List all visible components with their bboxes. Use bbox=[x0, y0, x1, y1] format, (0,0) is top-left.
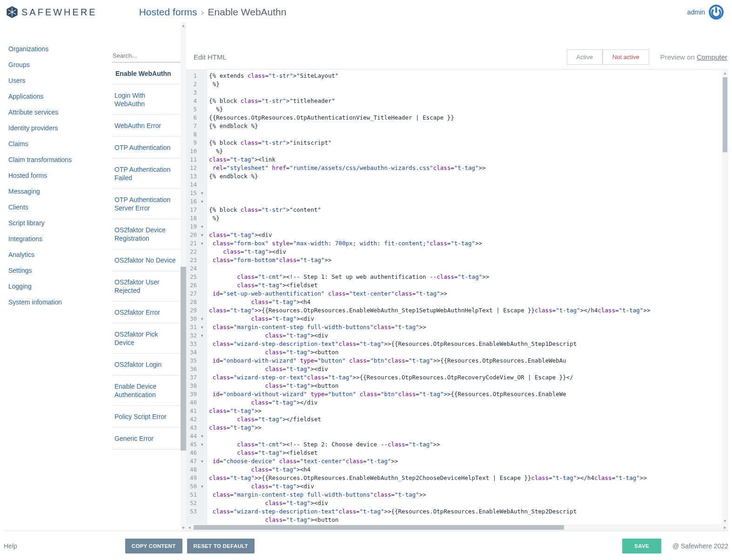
brand-logo: SAFEWHERE bbox=[6, 6, 97, 19]
form-list-item[interactable]: Generic Error bbox=[112, 428, 181, 450]
nav-item[interactable]: Applications bbox=[8, 88, 112, 104]
breadcrumb-parent[interactable]: Hosted forms bbox=[139, 7, 197, 18]
help-link[interactable]: Help bbox=[4, 542, 17, 550]
breadcrumb-sep: › bbox=[201, 7, 204, 18]
scrollbar-thumb[interactable] bbox=[723, 77, 727, 152]
code-editor[interactable]: 1 2 3 4 5 6 7 8 9 10 11 12 13 14 15 ▾ 16… bbox=[186, 69, 728, 531]
nav-item[interactable]: Hosted forms bbox=[8, 168, 112, 183]
form-list-item[interactable]: Enable WebAuthn bbox=[112, 63, 181, 85]
form-list-item[interactable]: OS2faktor Pick Device bbox=[112, 324, 181, 354]
scrollbar-thumb[interactable] bbox=[181, 267, 186, 451]
form-list-item[interactable]: WebAuthn Error bbox=[112, 115, 181, 137]
nav-item[interactable]: Claims bbox=[8, 136, 112, 152]
nav-item[interactable]: Logging bbox=[8, 278, 112, 294]
form-list-item[interactable]: OS2faktor Login bbox=[112, 354, 181, 376]
form-list-item[interactable]: OS2faktor Device Registration bbox=[112, 219, 181, 250]
preview-label: Preview on Computer bbox=[660, 53, 727, 61]
current-user[interactable]: admin bbox=[687, 8, 705, 16]
breadcrumb: Hosted forms › Enable WebAuthn bbox=[139, 7, 287, 18]
nav-item[interactable]: Messaging bbox=[8, 183, 112, 199]
scroll-up-icon[interactable]: ▲ bbox=[181, 23, 186, 28]
form-list-item[interactable]: OTP Authentication Server Error bbox=[112, 189, 181, 219]
nav-item[interactable]: Groups bbox=[8, 57, 112, 73]
scroll-right-icon[interactable]: ▶ bbox=[722, 525, 728, 530]
primary-nav: OrganizationsGroupsUsersApplicationsAttr… bbox=[4, 22, 112, 531]
state-active-btn[interactable]: Active bbox=[567, 49, 603, 65]
nav-item[interactable]: Claim transformations bbox=[8, 152, 112, 168]
nav-item[interactable]: Organizations bbox=[8, 41, 112, 57]
editor-vscrollbar[interactable]: ▲ ▼ bbox=[722, 70, 728, 524]
line-gutter: 1 2 3 4 5 6 7 8 9 10 11 12 13 14 15 ▾ 16… bbox=[186, 70, 207, 524]
nav-item[interactable]: Attribute services bbox=[8, 104, 112, 120]
nav-item[interactable]: Integrations bbox=[8, 231, 112, 247]
nav-item[interactable]: Settings bbox=[8, 263, 112, 278]
editor-hscrollbar[interactable]: ◀ ▶ bbox=[186, 524, 728, 531]
state-not-active-btn[interactable]: Not active bbox=[603, 49, 649, 65]
nav-item[interactable]: System infomation bbox=[8, 294, 112, 310]
scroll-down-icon[interactable]: ▼ bbox=[722, 518, 728, 524]
form-list-item[interactable]: Login With WebAuthn bbox=[112, 85, 181, 115]
copyright: @ Safewhere 2022 bbox=[672, 542, 728, 550]
form-list-item[interactable]: OTP Authentication bbox=[112, 137, 181, 159]
nav-item[interactable]: Analytics bbox=[8, 247, 112, 263]
brand-name: SAFEWHERE bbox=[21, 7, 97, 18]
forms-list: Enable WebAuthnLogin With WebAuthnWebAut… bbox=[112, 62, 181, 531]
save-button[interactable]: SAVE bbox=[622, 539, 661, 553]
form-list-item[interactable]: OS2faktor No Device bbox=[112, 250, 181, 271]
form-list-item[interactable]: OTP Authentication Failed bbox=[112, 159, 181, 189]
nav-item[interactable]: Clients bbox=[8, 199, 112, 215]
form-list-item[interactable]: Enable Device Authentication bbox=[112, 376, 181, 406]
nav-item[interactable]: Script library bbox=[8, 215, 112, 231]
scroll-left-icon[interactable]: ◀ bbox=[186, 525, 193, 530]
nav-item[interactable]: Users bbox=[8, 73, 112, 88]
snowflake-icon bbox=[6, 6, 19, 19]
state-toggle: Active Not active bbox=[567, 49, 649, 65]
search-input[interactable] bbox=[112, 50, 181, 62]
form-list-item[interactable]: Policy Script Error bbox=[112, 406, 181, 428]
copy-content-button[interactable]: COPY CONTENT bbox=[125, 539, 182, 553]
scroll-down-icon[interactable]: ▼ bbox=[181, 525, 186, 531]
form-list-item[interactable]: OS2faktor Error bbox=[112, 302, 181, 324]
breadcrumb-current: Enable WebAuthn bbox=[208, 7, 287, 18]
scrollbar-thumb[interactable] bbox=[194, 525, 564, 530]
power-icon[interactable] bbox=[709, 5, 724, 20]
preview-target[interactable]: Computer bbox=[697, 53, 727, 61]
scroll-up-icon[interactable]: ▲ bbox=[722, 70, 728, 76]
panel-title: Edit HTML bbox=[194, 53, 227, 61]
forms-scrollbar[interactable]: ▲ ▼ bbox=[181, 22, 186, 531]
form-list-item[interactable]: OS2faktor User Rejected bbox=[112, 271, 181, 302]
reset-default-button[interactable]: RESET TO DEFAULT bbox=[187, 539, 255, 553]
nav-item[interactable]: Identity providers bbox=[8, 120, 112, 136]
code-body[interactable]: {% extends class="t-str">"SiteLayout" %}… bbox=[207, 70, 722, 524]
